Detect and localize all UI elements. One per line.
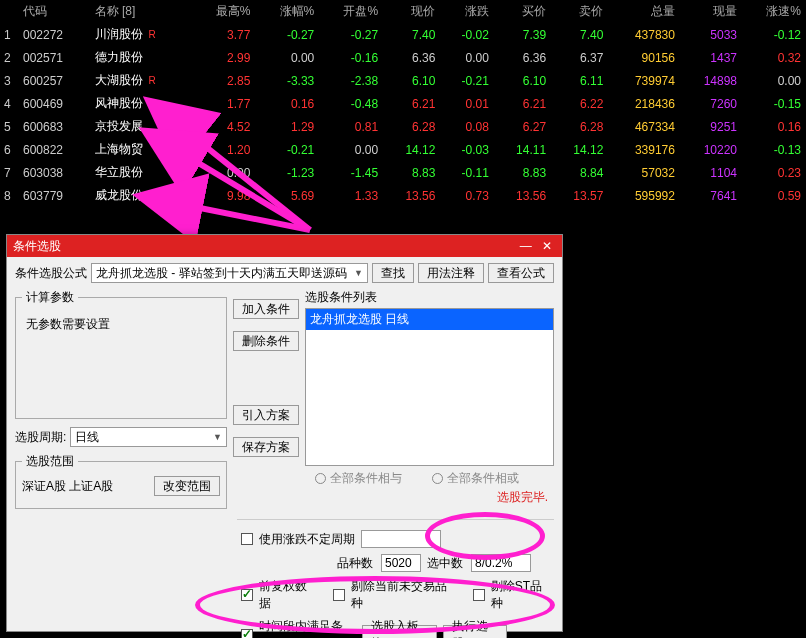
condition-item[interactable]: 龙舟抓龙选股 日线: [306, 309, 553, 330]
save-plan-button[interactable]: 保存方案: [233, 437, 299, 457]
view-formula-button[interactable]: 查看公式: [488, 263, 554, 283]
stock-table: 代码名称 [8]最高%涨幅%开盘%现价涨跌买价卖价总量现量涨速% 1 00227…: [0, 0, 806, 207]
stock-row[interactable]: 1 002272 川润股份R 3.77 -0.27 -0.27 7.40 -0.…: [0, 23, 806, 46]
col-header[interactable]: 代码: [18, 0, 90, 23]
fq-label: 前复权数据: [259, 578, 319, 612]
excl-checkbox[interactable]: [333, 589, 345, 601]
col-header[interactable]: 卖价: [551, 0, 608, 23]
status-text: 选股完毕.: [305, 487, 554, 506]
stock-row[interactable]: 7 603038 华立股份 0.00 -1.23 -1.45 8.83 -0.1…: [0, 161, 806, 184]
formula-combo[interactable]: 龙舟抓龙选股 - 驿站签到十天内满五天即送源码 ▼: [91, 263, 368, 283]
usage-button[interactable]: 用法注释: [418, 263, 484, 283]
delete-condition-button[interactable]: 删除条件: [233, 331, 299, 351]
hit-value: 8/0.2%: [471, 554, 531, 572]
col-header[interactable]: 买价: [494, 0, 551, 23]
period-input[interactable]: [361, 530, 441, 548]
add-condition-button[interactable]: 加入条件: [233, 299, 299, 319]
excl-label: 剔除当前未交易品种: [351, 578, 459, 612]
radio-or[interactable]: 全部条件相或: [432, 470, 519, 487]
dialog-titlebar[interactable]: 条件选股 — ✕: [7, 235, 562, 257]
col-header[interactable]: 涨速%: [742, 0, 806, 23]
period-value: 日线: [75, 429, 99, 446]
stock-row[interactable]: 6 600822 上海物贸 1.20 -0.21 0.00 14.12 -0.0…: [0, 138, 806, 161]
col-header[interactable]: 涨幅%: [255, 0, 319, 23]
col-header[interactable]: 名称 [8]: [90, 0, 192, 23]
st-checkbox[interactable]: [473, 589, 485, 601]
stock-row[interactable]: 5 600683 京投发展 4.52 1.29 0.81 6.28 0.08 6…: [0, 115, 806, 138]
col-header[interactable]: 涨跌: [440, 0, 493, 23]
scope-text: 深证A股 上证A股: [22, 478, 150, 495]
svg-line-2: [185, 205, 310, 230]
variety-label: 品种数: [337, 555, 373, 572]
scope-legend: 选股范围: [22, 453, 78, 470]
stock-row[interactable]: 8 603779 威龙股份 9.98 5.69 1.33 13.56 0.73 …: [0, 184, 806, 207]
col-header[interactable]: 现价: [383, 0, 440, 23]
use-period-checkbox[interactable]: [241, 533, 253, 545]
params-text: 无参数需要设置: [22, 312, 220, 337]
find-button[interactable]: 查找: [372, 263, 414, 283]
stock-row[interactable]: 4 600469 风神股份R 1.77 0.16 -0.48 6.21 0.01…: [0, 92, 806, 115]
close-icon[interactable]: ✕: [538, 235, 556, 257]
formula-value: 龙舟抓龙选股 - 驿站签到十天内满五天即送源码: [96, 265, 347, 282]
stock-row[interactable]: 2 002571 德力股份 2.99 0.00 -0.16 6.36 0.00 …: [0, 46, 806, 69]
execute-button[interactable]: 执行选股: [443, 625, 507, 638]
col-header[interactable]: 最高%: [191, 0, 255, 23]
condition-list[interactable]: 龙舟抓龙选股 日线: [305, 308, 554, 466]
import-plan-button[interactable]: 引入方案: [233, 405, 299, 425]
use-period-label: 使用涨跌不定周期: [259, 531, 355, 548]
radio-and[interactable]: 全部条件相与: [315, 470, 402, 487]
stock-row[interactable]: 3 600257 大湖股份R 2.85 -3.33 -2.38 6.10 -0.…: [0, 69, 806, 92]
scope-fieldset: 选股范围 深证A股 上证A股 改变范围: [15, 453, 227, 509]
fq-checkbox[interactable]: [241, 589, 253, 601]
col-header[interactable]: 总量: [608, 0, 680, 23]
params-legend: 计算参数: [22, 289, 78, 306]
variety-value: 5020: [381, 554, 421, 572]
col-header[interactable]: 开盘%: [319, 0, 383, 23]
cond-list-label: 选股条件列表: [305, 289, 554, 306]
time-checkbox[interactable]: [241, 629, 253, 638]
period-label: 选股周期:: [15, 429, 66, 446]
stock-filter-dialog: 条件选股 — ✕ 条件选股公式 龙舟抓龙选股 - 驿站签到十天内满五天即送源码 …: [6, 234, 563, 632]
period-combo[interactable]: 日线 ▼: [70, 427, 227, 447]
st-label: 剔除ST品种: [491, 578, 554, 612]
params-fieldset: 计算参数 无参数需要设置: [15, 289, 227, 419]
minimize-icon[interactable]: —: [517, 235, 535, 257]
chevron-down-icon: ▼: [354, 268, 363, 278]
col-header[interactable]: 现量: [680, 0, 742, 23]
formula-label: 条件选股公式: [15, 265, 87, 282]
to-block-button[interactable]: 选股入板块: [362, 625, 437, 638]
hit-label: 选中数: [427, 555, 463, 572]
chevron-down-icon: ▼: [213, 432, 222, 442]
dialog-title: 条件选股: [13, 235, 61, 257]
change-scope-button[interactable]: 改变范围: [154, 476, 220, 496]
time-label: 时间段内满足条件: [259, 618, 351, 638]
